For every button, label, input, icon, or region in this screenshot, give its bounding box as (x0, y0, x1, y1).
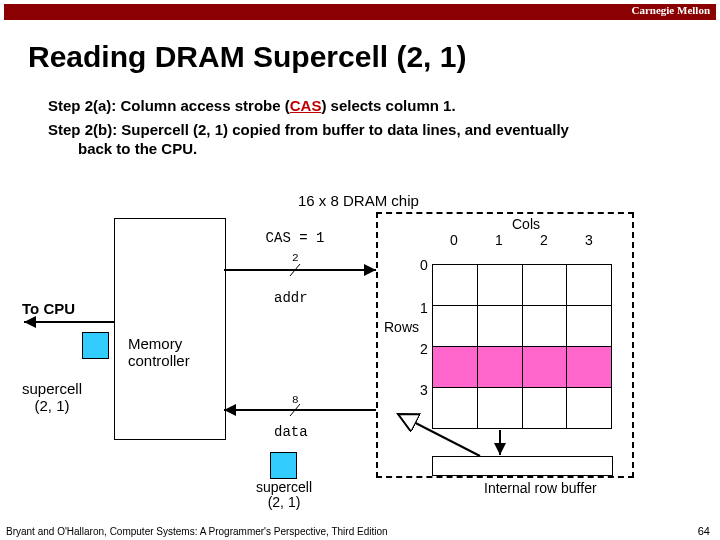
cols-label: Cols (512, 216, 540, 232)
svg-line-1 (290, 264, 300, 276)
title-bar: Carnegie Mellon (4, 4, 716, 20)
page-number: 64 (698, 525, 710, 537)
col-2: 2 (540, 232, 548, 248)
row-buffer (432, 456, 613, 476)
data-label: data (274, 424, 308, 440)
step-2a: Step 2(a): Column access strobe (CAS) se… (48, 96, 680, 116)
row-2: 2 (420, 341, 428, 357)
row-0: 0 (420, 257, 428, 273)
slide-title: Reading DRAM Supercell (2, 1) (28, 40, 466, 74)
cas-term: CAS (290, 97, 322, 114)
row-1: 1 (420, 300, 428, 316)
addr-label: addr (274, 290, 308, 306)
col-3: 3 (585, 232, 593, 248)
col-0: 0 (450, 232, 458, 248)
step-list: Step 2(a): Column access strobe (CAS) se… (48, 96, 680, 163)
memory-controller-box (114, 218, 226, 440)
cpu-data-box-icon (82, 332, 109, 359)
rows-label: Rows (384, 319, 419, 335)
supercell-output-label: supercell(2, 1) (244, 480, 324, 511)
data-bus-width: 8 (292, 394, 299, 406)
col-1: 1 (495, 232, 503, 248)
cas-signal: CAS = 1 (260, 230, 330, 246)
to-cpu-label: To CPU (22, 300, 75, 317)
supercell-label: supercell(2, 1) (22, 380, 82, 415)
addr-bus-width: 2 (292, 252, 299, 264)
chip-label: 16 x 8 DRAM chip (298, 192, 419, 209)
row-buffer-label: Internal row buffer (484, 480, 597, 496)
step-2b: Step 2(b): Supercell (2, 1) copied from … (48, 120, 680, 159)
footer-citation: Bryant and O'Hallaron, Computer Systems:… (6, 526, 388, 537)
brand-label: Carnegie Mellon (631, 4, 710, 16)
row-3: 3 (420, 382, 428, 398)
dram-grid (432, 264, 612, 429)
memory-controller-label: Memorycontroller (128, 336, 190, 369)
supercell-data-box-icon (270, 452, 297, 479)
